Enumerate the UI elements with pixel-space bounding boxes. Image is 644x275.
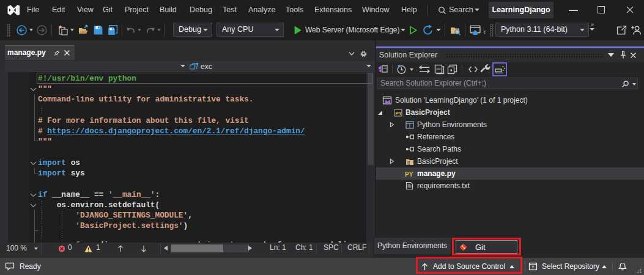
svg-text:PY: PY [405,171,413,178]
svg-text:PY: PY [395,111,402,116]
